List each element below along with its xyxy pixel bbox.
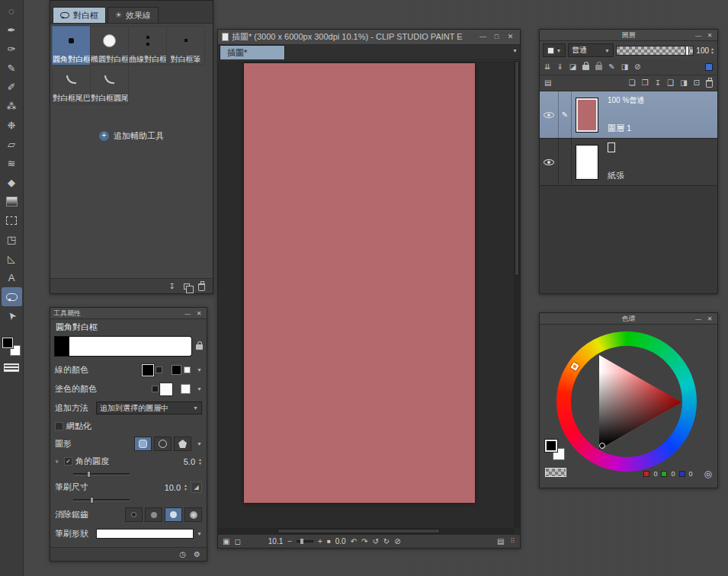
antialias-middle-button[interactable] (165, 507, 182, 522)
main-color-swatch[interactable] (545, 440, 557, 452)
minimize-icon[interactable]: — (694, 30, 703, 40)
eraser-tool[interactable]: ▱ (2, 135, 22, 154)
minimize-icon[interactable]: — (477, 32, 489, 42)
transfer-down-icon[interactable]: ⇓ (556, 63, 563, 71)
shape-rounded-rect-button[interactable] (134, 437, 152, 451)
copy-subtool-icon[interactable] (184, 283, 190, 290)
draft-layer-icon[interactable]: ✎ (608, 63, 614, 71)
rotate-ccw-icon[interactable]: ↶ (351, 538, 357, 546)
brush-size-spinner[interactable]: ▲ ▼ (184, 484, 188, 491)
register-defaults-icon[interactable]: ◷ (179, 551, 186, 558)
line-black-swatch[interactable] (172, 365, 181, 375)
shape-dropdown-icon[interactable]: ▼ (197, 441, 202, 446)
duplicate-layer-icon[interactable]: ❑ (667, 79, 674, 87)
canvas-page[interactable] (244, 63, 475, 503)
spin-down-icon[interactable]: ▼ (710, 51, 714, 54)
layer-visibility-cell[interactable] (540, 91, 559, 138)
subtool-item-curve-balloon[interactable]: 曲線對白框 (128, 26, 167, 66)
zoom-value[interactable]: 10.1 (268, 537, 283, 546)
zoom-out-icon[interactable]: − (287, 538, 292, 546)
horizontal-scrollbar[interactable] (218, 528, 514, 534)
transparent-color-swatch[interactable] (545, 468, 566, 477)
opacity-spinner[interactable]: ▲ ▼ (710, 47, 714, 54)
layer-name[interactable]: 圖層 1 (608, 123, 712, 134)
reset-zoom-icon[interactable]: ■ (327, 539, 331, 545)
zoom-slider-handle[interactable] (300, 539, 303, 544)
palette-menu-icon[interactable]: ▤ (544, 79, 551, 87)
operation-tool[interactable]: ➤ (2, 306, 22, 325)
pencil-tool[interactable]: ✎ (2, 59, 22, 78)
scrollbar-thumb[interactable] (515, 61, 519, 276)
layer-info[interactable]: 紙張 (602, 139, 717, 185)
layer-row-layer1[interactable]: ✎ 100 %普通 圖層 1 (540, 91, 717, 139)
brush-size-dynamics-button[interactable]: ◢ (191, 482, 202, 493)
layer-info[interactable]: 100 %普通 圖層 1 (602, 91, 717, 138)
layer-visibility-cell[interactable] (540, 139, 559, 185)
canvas-tab[interactable]: 插圖* (220, 45, 285, 59)
rotate-cw-icon[interactable]: ↷ (361, 538, 367, 546)
brush-shape-dropdown-icon[interactable]: ▼ (197, 531, 202, 536)
lock-transparent-icon[interactable] (595, 65, 602, 70)
layer-palette-combo-button[interactable]: ▼ (543, 43, 566, 57)
spin-up-icon[interactable]: ▲ (710, 47, 714, 50)
zoom-slider[interactable] (297, 540, 313, 542)
opacity-slider[interactable] (616, 46, 694, 56)
add-method-dropdown[interactable]: 追加到選擇的圖層中 ▼ (96, 402, 202, 414)
selection-tool[interactable] (2, 211, 22, 230)
block-icon[interactable]: ⊘ (634, 63, 640, 71)
fill-main-color-swatch[interactable] (161, 384, 172, 395)
antialias-none-button[interactable] (125, 507, 143, 522)
marker-tool[interactable]: ✑ (2, 40, 22, 59)
new-layer-icon[interactable]: ❏ (629, 79, 636, 87)
layer-thumbnail-cell[interactable] (572, 91, 602, 138)
airbrush-tool[interactable]: ⁂ (2, 97, 22, 116)
blend-mode-dropdown[interactable]: 普通 ▼ (568, 43, 614, 57)
balloon-tool[interactable] (2, 287, 22, 306)
delete-subtool-icon[interactable] (198, 283, 205, 291)
slider-handle[interactable] (87, 471, 91, 478)
apply-mask-icon[interactable]: ⊡ (694, 79, 700, 87)
shape-ellipse-button[interactable] (154, 437, 172, 451)
subtool-item-balloon-tail[interactable]: 對白框尾巴 (52, 65, 91, 104)
line-main-color-swatch[interactable] (143, 365, 153, 376)
tone-checkbox[interactable] (55, 422, 63, 430)
canvas-titlebar[interactable]: 插圖* (3000 x 6000px 300dpi 10.1%) - CLIP … (218, 30, 520, 45)
gradient-tool[interactable] (2, 192, 22, 211)
subtool-item-balloon-pen[interactable]: 對白框筆 (166, 26, 205, 66)
zoom-in-icon[interactable]: + (318, 538, 322, 546)
clear-icon[interactable]: ⊘ (394, 538, 400, 546)
shape-polygon-button[interactable] (174, 437, 191, 451)
add-subtool-button[interactable]: + 追加輔助工具 (50, 130, 213, 142)
fill-black-small-swatch[interactable] (152, 386, 159, 392)
roundness-slider[interactable] (73, 473, 130, 475)
line-color-dropdown-icon[interactable]: ▼ (197, 367, 202, 373)
navigator-window-icon[interactable]: ◻ (234, 538, 240, 546)
fill-white-swatch[interactable] (181, 384, 191, 394)
fit-view-icon[interactable]: ▣ (223, 538, 229, 546)
layer-name[interactable]: 紙張 (608, 170, 712, 181)
combine-below-icon[interactable]: ⇊ (544, 63, 550, 71)
close-icon[interactable]: ✕ (505, 32, 516, 42)
color-mode-icon[interactable]: ◎ (704, 469, 712, 479)
brush-shape-preview[interactable] (96, 529, 194, 539)
close-icon[interactable]: ✕ (705, 314, 714, 324)
canvas-viewport[interactable] (218, 61, 520, 534)
resize-grip-icon[interactable]: ⠿ (510, 538, 515, 545)
minimize-icon[interactable]: — (183, 309, 192, 318)
layer-color-badge[interactable] (705, 63, 713, 71)
vertical-scrollbar[interactable] (514, 61, 520, 528)
tab-effect-line[interactable]: ☀ 效果線 (107, 7, 159, 23)
decoration-tool[interactable]: ❉ (2, 116, 22, 135)
subtool-item-rounded-balloon[interactable]: 圓角對白框 (52, 26, 91, 66)
ruler-tool[interactable]: ◺ (2, 249, 22, 268)
text-tool[interactable]: A (2, 268, 22, 287)
clip-to-layer-icon[interactable]: ◪ (569, 63, 576, 71)
brush-size-value[interactable]: 10.0 (165, 483, 181, 492)
expand-icon[interactable]: + (55, 458, 61, 466)
delete-layer-icon[interactable] (706, 80, 713, 88)
enable-mask-icon[interactable]: ◨ (621, 63, 628, 71)
roundness-checkbox[interactable]: ✓ (64, 457, 72, 466)
opacity-slider-handle[interactable] (685, 46, 689, 56)
layer-thumbnail[interactable] (576, 146, 598, 179)
layer-thumbnail-cell[interactable] (572, 139, 602, 185)
